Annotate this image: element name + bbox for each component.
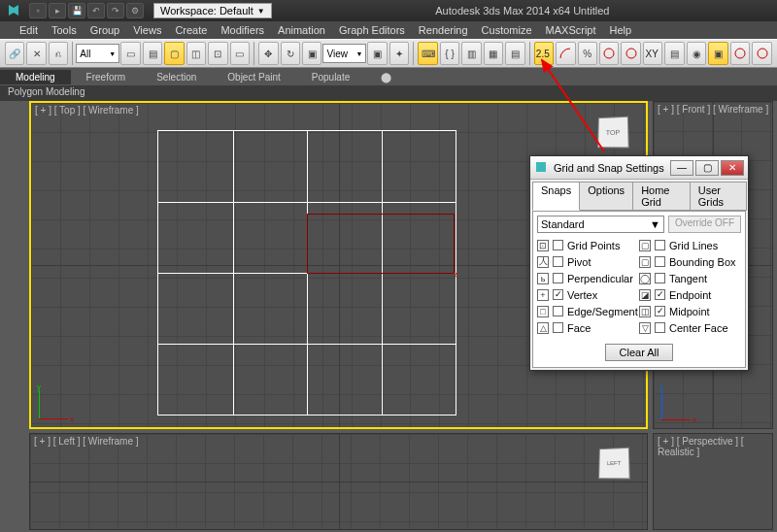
view-cube-face[interactable]: TOP: [597, 116, 629, 149]
select-name-icon[interactable]: ▤: [143, 42, 162, 65]
qat-new-icon[interactable]: ▫: [29, 3, 47, 18]
snap-label: Tangent: [669, 273, 707, 284]
minimize-button[interactable]: —: [670, 160, 693, 176]
app-logo[interactable]: [4, 2, 23, 19]
select-similar-icon[interactable]: ▭: [230, 42, 250, 65]
axis-constraint[interactable]: XY: [643, 42, 662, 65]
tab-home-grid[interactable]: Home Grid: [632, 182, 691, 211]
menu-help[interactable]: Help: [610, 24, 632, 36]
spinner-snap-icon[interactable]: [599, 42, 619, 65]
render-icon[interactable]: [730, 42, 750, 65]
unlink-icon[interactable]: ✕: [26, 42, 46, 65]
material-icon[interactable]: ◉: [687, 42, 706, 65]
viewport-left-label[interactable]: [ + ] [ Left ] [ Wireframe ]: [34, 436, 139, 447]
viewport-front-label[interactable]: [ + ] [ Front ] [ Wireframe ]: [658, 104, 768, 115]
snap-checkbox[interactable]: [553, 306, 563, 316]
bind-icon[interactable]: ⎌: [49, 42, 68, 65]
snap-checkbox[interactable]: [655, 322, 665, 333]
manipulate-icon[interactable]: ✦: [389, 42, 409, 65]
close-button[interactable]: ✕: [721, 160, 744, 176]
snap-checkbox[interactable]: [553, 240, 563, 250]
snap-type-icon: ▽: [639, 322, 651, 334]
qat-save-icon[interactable]: 💾: [68, 3, 85, 18]
view-cube[interactable]: LEFT: [591, 440, 637, 486]
snap-checkbox[interactable]: [655, 256, 665, 267]
menu-views[interactable]: Views: [133, 24, 161, 36]
move-icon[interactable]: ✥: [258, 42, 278, 65]
qat-link-icon[interactable]: ⚙: [126, 3, 144, 18]
menu-create[interactable]: Create: [175, 24, 207, 36]
menu-customize[interactable]: Customize: [482, 24, 532, 36]
snap-checkbox[interactable]: [553, 256, 563, 267]
snap-type-icon: □: [537, 306, 549, 317]
render-frame-icon[interactable]: [752, 42, 771, 65]
viewport-perspective[interactable]: [ + ] [ Perspective ] [ Realistic ]: [653, 433, 773, 530]
mirror-icon[interactable]: ▥: [461, 42, 481, 65]
snap-toggle[interactable]: 2.5: [534, 42, 554, 65]
ref-coord-system[interactable]: View▼: [322, 44, 366, 63]
maximize-button[interactable]: ▢: [695, 160, 719, 176]
tab-snaps[interactable]: Snaps: [532, 182, 580, 211]
snap-checkbox[interactable]: [553, 289, 563, 300]
workspace-selector[interactable]: Workspace: Default ▼: [153, 3, 272, 18]
edged-faces-icon[interactable]: [621, 42, 640, 65]
viewport-left[interactable]: [ + ] [ Left ] [ Wireframe ] LEFT: [29, 433, 648, 530]
snap-checkbox[interactable]: [655, 289, 665, 300]
window-crossing-icon[interactable]: ◫: [186, 42, 206, 65]
selection-filter[interactable]: All▼: [76, 44, 119, 63]
keyboard-shortcut-icon[interactable]: ⌨: [418, 42, 437, 65]
ribbon-toggle-icon[interactable]: ⬤: [365, 70, 407, 84]
ribbon-tab-populate[interactable]: Populate: [296, 70, 365, 84]
qat-undo-icon[interactable]: ↶: [87, 3, 105, 18]
dialog-titlebar[interactable]: Grid and Snap Settings — ▢ ✕: [530, 156, 748, 180]
named-selection-icon[interactable]: { }: [440, 42, 459, 65]
align-icon[interactable]: ▦: [484, 42, 503, 65]
pivot-center-icon[interactable]: ▣: [367, 42, 387, 65]
snap-checkbox[interactable]: [553, 322, 563, 333]
menu-graph-editors[interactable]: Graph Editors: [339, 24, 405, 36]
ribbon-tab-object-paint[interactable]: Object Paint: [212, 70, 295, 84]
qat-redo-icon[interactable]: ↷: [107, 3, 124, 18]
tab-options[interactable]: Options: [579, 182, 633, 211]
override-button[interactable]: Override OFF: [668, 216, 741, 233]
dialog-icon: [534, 160, 550, 176]
menu-modifiers[interactable]: Modifiers: [220, 24, 264, 36]
snap-checkbox[interactable]: [655, 273, 665, 283]
snap-row-perpendicular: ьPerpendicular: [537, 270, 639, 286]
angle-snap-icon[interactable]: [556, 42, 575, 65]
ribbon-panel-label: Polygon Modeling: [0, 85, 777, 101]
ribbon-tab-freeform[interactable]: Freeform: [71, 70, 142, 84]
menu-group[interactable]: Group: [90, 24, 120, 36]
rectangle-shape[interactable]: z: [307, 214, 455, 274]
menu-tools[interactable]: Tools: [51, 24, 77, 36]
viewport-top-label[interactable]: [ + ] [ Top ] [ Wireframe ]: [35, 105, 139, 116]
svg-point-1: [626, 49, 636, 58]
ribbon-tab-modeling[interactable]: Modeling: [0, 70, 71, 84]
view-cube[interactable]: TOP: [590, 109, 636, 155]
tab-user-grids[interactable]: User Grids: [690, 182, 747, 211]
snap-checkbox[interactable]: [655, 240, 665, 250]
snap-set-dropdown[interactable]: Standard▼: [537, 216, 664, 233]
menu-edit[interactable]: Edit: [19, 24, 38, 36]
select-paint-icon[interactable]: ⊡: [208, 42, 227, 65]
snap-checkbox[interactable]: [655, 306, 665, 316]
snap-checkbox[interactable]: [553, 273, 563, 283]
snap-label: Vertex: [567, 289, 597, 301]
snap-label: Bounding Box: [669, 256, 736, 268]
qat-open-icon[interactable]: ▸: [49, 3, 66, 18]
link-icon[interactable]: 🔗: [5, 42, 24, 65]
layers-icon[interactable]: ▤: [505, 42, 524, 65]
ribbon-tab-selection[interactable]: Selection: [141, 70, 212, 84]
select-rectangle-icon[interactable]: ▢: [164, 42, 184, 65]
render-setup-icon[interactable]: ▣: [708, 42, 727, 65]
menu-rendering[interactable]: Rendering: [419, 24, 468, 36]
percent-snap-icon[interactable]: %: [578, 42, 597, 65]
menu-maxscript[interactable]: MAXScript: [546, 24, 596, 36]
select-object-icon[interactable]: ▭: [120, 42, 140, 65]
schematic-icon[interactable]: ▤: [664, 42, 684, 65]
viewport-perspective-label[interactable]: [ + ] [ Perspective ] [ Realistic ]: [658, 436, 772, 457]
clear-all-button[interactable]: Clear All: [605, 344, 674, 361]
menu-animation[interactable]: Animation: [278, 24, 325, 36]
scale-icon[interactable]: ▣: [302, 42, 321, 65]
rotate-icon[interactable]: ↻: [281, 42, 300, 65]
